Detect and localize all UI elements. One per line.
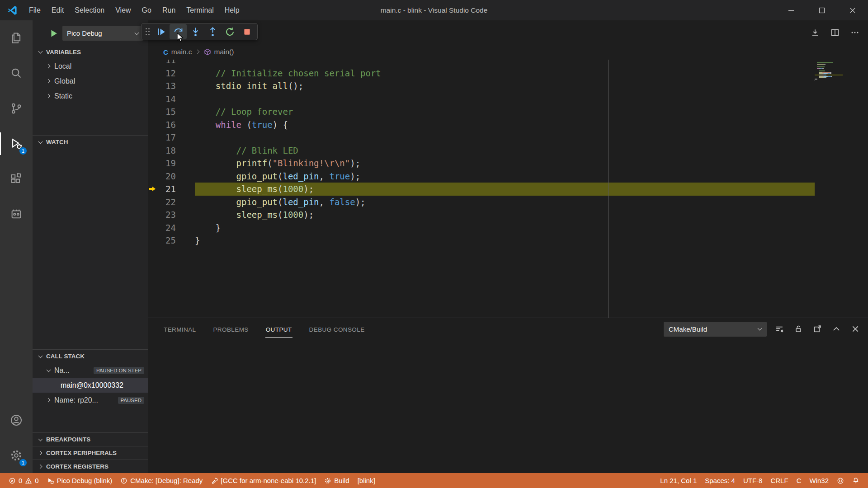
feedback-smiley-icon[interactable] xyxy=(833,473,848,488)
search-icon[interactable] xyxy=(0,56,33,91)
menu-go[interactable]: Go xyxy=(137,0,157,20)
language-mode-status[interactable]: C xyxy=(793,473,806,488)
open-in-editor-icon[interactable] xyxy=(811,323,824,335)
start-debugging-button[interactable] xyxy=(49,28,59,38)
code-line[interactable]: 23 sleep_ms(1000); xyxy=(148,208,815,221)
notifications-bell-icon[interactable] xyxy=(848,473,863,488)
line-number[interactable]: 25 xyxy=(157,234,176,247)
source-control-icon[interactable] xyxy=(0,91,33,126)
callstack-section-header[interactable]: CALL STACK xyxy=(33,349,148,363)
tab-problems[interactable]: PROBLEMS xyxy=(212,320,249,338)
minimap[interactable] xyxy=(815,60,843,318)
clear-output-icon[interactable] xyxy=(773,323,786,335)
download-icon[interactable] xyxy=(808,26,822,39)
cortex-registers-section-header[interactable]: CORTEX REGISTERS xyxy=(33,460,148,473)
output-channel-dropdown[interactable]: CMake/Build xyxy=(664,322,767,337)
line-number[interactable]: 21 xyxy=(157,183,176,196)
code-line[interactable]: 16 while (true) { xyxy=(148,118,815,131)
problems-status[interactable]: 0 0 xyxy=(5,473,43,488)
code-line[interactable]: 11 xyxy=(148,60,815,67)
code-line[interactable]: 18 // Blink LED xyxy=(148,144,815,157)
code-editor[interactable]: 1112 // Initialize chosen serial port13 … xyxy=(148,60,868,318)
code-line[interactable]: 22 gpio_put(led_pin, false); xyxy=(148,196,815,209)
restart-button[interactable] xyxy=(221,24,238,39)
menu-help[interactable]: Help xyxy=(219,0,245,20)
callstack-thread-row[interactable]: Na... PAUSED ON STEP xyxy=(33,363,148,378)
maximize-panel-icon[interactable] xyxy=(830,323,843,335)
code-line[interactable]: 15 // Loop forever xyxy=(148,105,815,118)
run-debug-icon[interactable]: 1 xyxy=(0,126,33,161)
menu-selection[interactable]: Selection xyxy=(69,0,110,20)
tab-debug-console[interactable]: DEBUG CONSOLE xyxy=(309,320,365,338)
menu-view[interactable]: View xyxy=(110,0,136,20)
line-number[interactable]: 19 xyxy=(157,157,176,170)
cmake-status[interactable]: CMake: [Debug]: Ready xyxy=(116,473,207,488)
code-line[interactable]: 20 gpio_put(led_pin, true); xyxy=(148,170,815,183)
stop-button[interactable] xyxy=(238,24,255,39)
line-number[interactable]: 14 xyxy=(157,93,176,106)
variables-scope-local[interactable]: Local xyxy=(33,59,148,74)
close-panel-icon[interactable] xyxy=(849,323,862,335)
cmake-kit-status[interactable]: [GCC for arm-none-eabi 10.2.1] xyxy=(207,473,320,488)
watch-section-header[interactable]: WATCH xyxy=(33,135,148,149)
code-line[interactable]: 25} xyxy=(148,234,815,247)
cmake-build-button[interactable]: Build xyxy=(320,473,353,488)
step-into-button[interactable] xyxy=(187,24,204,39)
line-number[interactable]: 13 xyxy=(157,80,176,93)
pico-board-icon[interactable] xyxy=(0,197,33,232)
menu-file[interactable]: File xyxy=(24,0,46,20)
line-number[interactable]: 12 xyxy=(157,67,176,80)
callstack-thread-row[interactable]: Name: rp20... PAUSED xyxy=(33,393,148,408)
editor-scrollbar[interactable] xyxy=(843,60,868,318)
debug-config-dropdown[interactable]: Pico Debug xyxy=(62,26,143,41)
explorer-icon[interactable] xyxy=(0,20,33,56)
code-line[interactable]: 24 } xyxy=(148,221,815,235)
cursor-position-status[interactable]: Ln 21, Col 1 xyxy=(656,473,701,488)
maximize-button[interactable] xyxy=(807,0,837,20)
code-line[interactable]: 12 // Initialize chosen serial port xyxy=(148,67,815,80)
split-editor-icon[interactable] xyxy=(828,26,842,39)
line-number[interactable]: 23 xyxy=(157,208,176,221)
output-content[interactable] xyxy=(148,340,868,473)
menu-terminal[interactable]: Terminal xyxy=(181,0,219,20)
code-line[interactable]: 19 printf("Blinking!\r\n"); xyxy=(148,157,815,170)
eol-status[interactable]: CRLF xyxy=(766,473,792,488)
step-over-button[interactable] xyxy=(170,24,187,39)
variables-scope-static[interactable]: Static xyxy=(33,89,148,103)
menu-edit[interactable]: Edit xyxy=(46,0,70,20)
line-number[interactable]: 24 xyxy=(157,221,176,235)
code-line[interactable]: 14 xyxy=(148,93,815,106)
cmake-variant-status[interactable]: [blink] xyxy=(354,473,379,488)
line-number[interactable]: 18 xyxy=(157,144,176,157)
variables-scope-global[interactable]: Global xyxy=(33,74,148,89)
extensions-icon[interactable] xyxy=(0,161,33,197)
tab-terminal[interactable]: TERMINAL xyxy=(163,320,196,338)
line-number[interactable]: 16 xyxy=(157,118,176,131)
minimize-button[interactable] xyxy=(776,0,807,20)
close-button[interactable] xyxy=(837,0,868,20)
line-number[interactable]: 11 xyxy=(157,60,176,67)
line-number[interactable]: 20 xyxy=(157,170,176,183)
line-number[interactable]: 22 xyxy=(157,196,176,209)
callstack-frame-row-selected[interactable]: main@0x10000332 xyxy=(33,378,148,393)
account-icon[interactable] xyxy=(0,403,33,438)
variables-section-header[interactable]: VARIABLES xyxy=(33,45,148,59)
line-number[interactable]: 15 xyxy=(157,105,176,118)
code-line[interactable]: 13 stdio_init_all(); xyxy=(148,80,815,93)
lock-autoscroll-icon[interactable] xyxy=(792,323,805,335)
breadcrumb-file[interactable]: main.c xyxy=(171,48,192,56)
line-number[interactable]: 17 xyxy=(157,131,176,144)
platform-status[interactable]: Win32 xyxy=(805,473,833,488)
more-actions-icon[interactable] xyxy=(848,26,862,39)
toolbar-drag-handle[interactable] xyxy=(143,27,152,37)
settings-gear-icon[interactable]: 1 xyxy=(0,438,33,473)
encoding-status[interactable]: UTF-8 xyxy=(739,473,767,488)
continue-button[interactable] xyxy=(152,24,170,39)
indentation-status[interactable]: Spaces: 4 xyxy=(701,473,739,488)
code-line[interactable]: 21 sleep_ms(1000); xyxy=(148,183,815,196)
cortex-peripherals-section-header[interactable]: CORTEX PERIPHERALS xyxy=(33,446,148,460)
code-line[interactable]: 17 xyxy=(148,131,815,144)
menu-run[interactable]: Run xyxy=(157,0,181,20)
debug-toolbar[interactable] xyxy=(141,23,258,40)
tab-output[interactable]: OUTPUT xyxy=(265,320,292,338)
